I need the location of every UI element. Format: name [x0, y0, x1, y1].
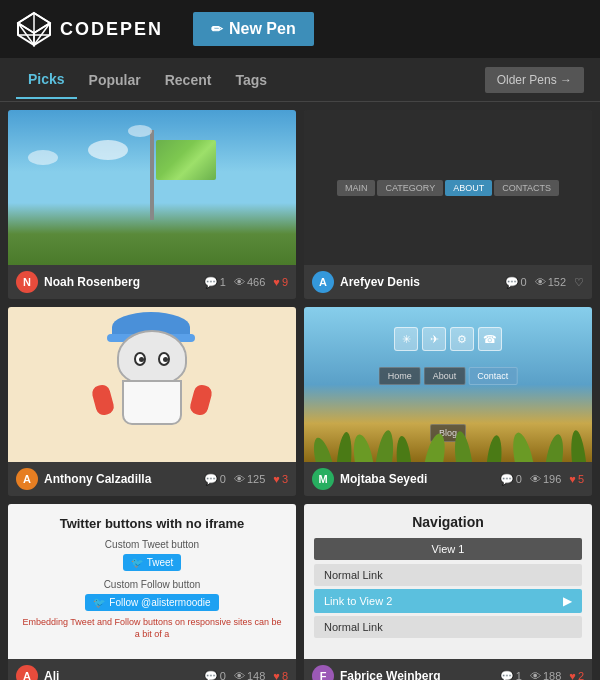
- pen-footer-ali: A Ali 💬 0 👁 148 ♥ 8: [8, 659, 296, 680]
- comments-ali: 💬 0: [204, 670, 226, 681]
- mojtaba-preview-bg: ✳ ✈ ⚙ ☎ Home About Contact Blog: [304, 307, 592, 462]
- author-arefyev: Arefyev Denis: [340, 275, 499, 289]
- comment-icon: 💬: [500, 670, 514, 681]
- views-noah: 👁 466: [234, 276, 265, 288]
- svg-point-12: [452, 430, 476, 462]
- arefyev-nav-contacts: CONTACTS: [494, 180, 559, 196]
- arefyev-nav-about: ABOUT: [445, 180, 492, 196]
- views-ali: 👁 148: [234, 670, 265, 680]
- cartoon-character: [102, 330, 202, 440]
- ali-title: Twitter buttons with no iframe: [20, 516, 284, 531]
- views-icon: 👁: [530, 473, 541, 485]
- comment-icon: 💬: [204, 276, 218, 289]
- ali-preview-bg: Twitter buttons with no iframe Custom Tw…: [8, 504, 296, 659]
- pens-grid: N Noah Rosenberg 💬 1 👁 466 ♥ 9: [0, 102, 600, 680]
- tab-recent[interactable]: Recent: [153, 62, 224, 98]
- pen-preview-anthony: [8, 307, 296, 462]
- pen-footer-anthony: A Anthony Calzadilla 💬 0 👁 125 ♥ 3: [8, 462, 296, 496]
- codepen-logo-icon: [16, 11, 52, 47]
- char-arm-right: [188, 383, 213, 417]
- comments-arefyev: 💬 0: [505, 276, 527, 289]
- ali-follow-btn: 🐦 Follow @alistermoodie: [85, 594, 218, 611]
- anthony-preview-bg: [8, 307, 296, 462]
- comments-fabrice: 💬 1: [500, 670, 522, 681]
- svg-point-9: [372, 429, 397, 462]
- svg-point-16: [569, 429, 590, 462]
- avatar-fabrice: F: [312, 665, 334, 680]
- char-eye-right: [158, 352, 170, 366]
- pencil-icon: ✏: [211, 21, 223, 37]
- hearts-noah: ♥ 9: [273, 276, 288, 288]
- char-eye-left: [134, 352, 146, 366]
- logo: CODEPEN: [16, 11, 163, 47]
- pen-preview-ali: Twitter buttons with no iframe Custom Tw…: [8, 504, 296, 659]
- pen-card-arefyev[interactable]: MAIN CATEGORY ABOUT CONTACTS A Arefyev D…: [304, 110, 592, 299]
- stats-mojtaba: 💬 0 👁 196 ♥ 5: [500, 473, 584, 486]
- tab-tags[interactable]: Tags: [223, 62, 279, 98]
- pen-card-fabrice[interactable]: Navigation View 1 Normal Link Link to Vi…: [304, 504, 592, 680]
- heart-icon: ♥: [569, 473, 576, 485]
- twitter-bird2-icon: 🐦: [93, 597, 105, 608]
- pen-card-ali[interactable]: Twitter buttons with no iframe Custom Tw…: [8, 504, 296, 680]
- views-icon: 👁: [535, 276, 546, 288]
- heart-icon: ♥: [273, 473, 280, 485]
- stats-arefyev: 💬 0 👁 152 ♡: [505, 276, 584, 289]
- ali-sub2: Custom Follow button: [20, 579, 284, 590]
- author-mojtaba: Mojtaba Seyedi: [340, 472, 494, 486]
- char-head: [117, 330, 187, 385]
- pen-card-mojtaba[interactable]: ✳ ✈ ⚙ ☎ Home About Contact Blog: [304, 307, 592, 496]
- hearts-ali: ♥ 8: [273, 670, 288, 680]
- pen-card-noah[interactable]: N Noah Rosenberg 💬 1 👁 466 ♥ 9: [8, 110, 296, 299]
- new-pen-label: New Pen: [229, 20, 296, 38]
- avatar-noah: N: [16, 271, 38, 293]
- arefyev-nav: MAIN CATEGORY ABOUT CONTACTS: [337, 180, 559, 196]
- header: CODEPEN ✏ New Pen: [0, 0, 600, 58]
- hearts-fabrice: ♥ 2: [569, 670, 584, 680]
- mojtaba-icon-plane: ✈: [422, 327, 446, 351]
- fabrice-title: Navigation: [314, 514, 582, 530]
- fabrice-link2: Link to View 2 ▶: [314, 589, 582, 613]
- new-pen-button[interactable]: ✏ New Pen: [193, 12, 314, 46]
- cloud3: [128, 125, 152, 137]
- tab-popular[interactable]: Popular: [77, 62, 153, 98]
- pen-card-anthony[interactable]: A Anthony Calzadilla 💬 0 👁 125 ♥ 3: [8, 307, 296, 496]
- pen-preview-noah: [8, 110, 296, 265]
- heart-icon: ♥: [569, 670, 576, 680]
- ali-sub1: Custom Tweet button: [20, 539, 284, 550]
- older-pens-button[interactable]: Older Pens →: [485, 67, 584, 93]
- comments-mojtaba: 💬 0: [500, 473, 522, 486]
- comment-icon: 💬: [505, 276, 519, 289]
- tab-picks[interactable]: Picks: [16, 61, 77, 99]
- grass: [304, 422, 592, 462]
- author-ali: Ali: [44, 669, 198, 680]
- arefyev-nav-category: CATEGORY: [377, 180, 443, 196]
- author-fabrice: Fabrice Weinberg: [340, 669, 494, 680]
- svg-point-15: [542, 433, 567, 462]
- nav-tabs: Picks Popular Recent Tags Older Pens →: [0, 58, 600, 102]
- pen-footer-arefyev: A Arefyev Denis 💬 0 👁 152 ♡: [304, 265, 592, 299]
- mojtaba-menu-about: About: [424, 367, 466, 385]
- heart-icon: ♥: [273, 670, 280, 680]
- svg-point-6: [310, 436, 338, 462]
- stats-ali: 💬 0 👁 148 ♥ 8: [204, 670, 288, 681]
- heart-icon: ♥: [273, 276, 280, 288]
- mojtaba-icon-star: ✳: [394, 327, 418, 351]
- ali-desc: Embedding Tweet and Follow buttons on re…: [20, 617, 284, 640]
- cloud1: [88, 140, 128, 160]
- avatar-mojtaba: M: [312, 468, 334, 490]
- pen-footer-noah: N Noah Rosenberg 💬 1 👁 466 ♥ 9: [8, 265, 296, 299]
- views-arefyev: 👁 152: [535, 276, 566, 288]
- heart-icon: ♡: [574, 276, 584, 289]
- twitter-bird-icon: 🐦: [131, 557, 143, 568]
- mojtaba-menu-home: Home: [379, 367, 421, 385]
- pen-preview-fabrice: Navigation View 1 Normal Link Link to Vi…: [304, 504, 592, 659]
- cloud2: [28, 150, 58, 165]
- stats-anthony: 💬 0 👁 125 ♥ 3: [204, 473, 288, 486]
- svg-point-14: [509, 431, 539, 462]
- char-body: [122, 380, 182, 425]
- char-arm-left: [90, 383, 115, 417]
- svg-point-11: [419, 432, 449, 462]
- author-noah: Noah Rosenberg: [44, 275, 198, 289]
- views-icon: 👁: [234, 473, 245, 485]
- fabrice-preview-bg: Navigation View 1 Normal Link Link to Vi…: [304, 504, 592, 659]
